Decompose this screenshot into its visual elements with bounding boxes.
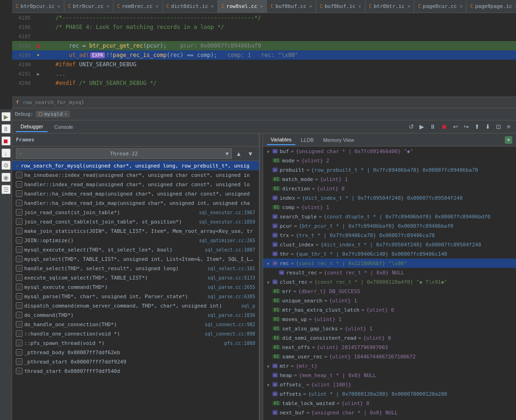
var-item-set_also_gap_locks[interactable]: 01 set_also_gap_locks = {ulint} 1 xyxy=(263,324,516,333)
var-item-prebuilt[interactable]: = prebuilt = {row_prebuilt_t * | 0x7fc09… xyxy=(263,165,516,175)
settings-icon[interactable]: ☰ xyxy=(1,185,11,194)
debug-process-chip[interactable]: ⬡ mysqld × xyxy=(35,111,70,118)
tab-console[interactable]: Console xyxy=(49,122,77,132)
add-watch-button[interactable]: + xyxy=(505,136,512,144)
frame-item-20[interactable]: □ _pthread_body 0x00007ff7ddf62eb xyxy=(12,348,259,357)
tab-page0page[interactable]: C page0page.ic × xyxy=(467,0,516,13)
var-item-err[interactable]: 01 err = {dberr_t} DB_SUCCESS xyxy=(263,287,516,296)
var-toggle-rec[interactable] xyxy=(265,260,272,266)
restart-icon[interactable]: ↺ xyxy=(407,122,416,131)
var-item-search_tuple[interactable]: = search_tuple = {const dtuple_t * | 0x7… xyxy=(263,212,516,221)
frame-item-9[interactable]: □ mysql_execute_select(THD*, st_select_l… xyxy=(12,245,259,254)
frame-down-icon[interactable]: ⬇ xyxy=(483,122,492,131)
frame-up-icon[interactable]: ⬆ xyxy=(473,122,481,131)
frame-item-22[interactable]: □ thread_start 0x00007fff7ddf540d xyxy=(12,366,259,376)
tab-close-8[interactable]: × xyxy=(460,4,462,9)
tab-buf0buf-ic[interactable]: C buf0buf.ic × xyxy=(316,0,365,13)
tab-close-7[interactable]: × xyxy=(407,4,410,9)
frame-item-3[interactable]: □ handler::ha_index_read_map(unsigned ch… xyxy=(12,189,259,198)
tab-close-4[interactable]: × xyxy=(260,4,263,9)
frame-item-1[interactable]: □ ha_innobase::index_read(unsigned char*… xyxy=(12,170,259,180)
frame-item-10[interactable]: □ mysql_select(THD*, TABLE_LIST*, unsign… xyxy=(12,254,259,264)
frame-item-2[interactable]: □ handler::index_read_map(unsigned char*… xyxy=(12,180,259,189)
var-item-thr[interactable]: = thr = {que_thr_t * | 0x7fc09406c140} 0… xyxy=(263,249,516,259)
var-item-mode[interactable]: 01 mode = {ulint} 2 xyxy=(263,156,516,165)
view-threads-icon[interactable]: ≡ xyxy=(505,122,512,131)
var-toggle-buf[interactable] xyxy=(265,148,272,154)
vertical-splitter[interactable] xyxy=(259,133,263,420)
tab-btr0btr[interactable]: C btr0btr.ic × xyxy=(365,0,414,13)
var-item-mtr[interactable]: = mtr = {mtr_t} xyxy=(263,361,516,371)
var-item-heap[interactable]: = heap = {mem_heap_t * | 0x0} NULL xyxy=(263,371,516,380)
var-item-index[interactable]: = index = {dict_index_t * | 0x7fc09504f2… xyxy=(263,193,516,203)
stop-debug-button[interactable]: ⏹ xyxy=(1,136,11,146)
var-item-buf[interactable]: = buf = {unsigned char * | 0x7fc091466d0… xyxy=(263,147,516,156)
var-item-next_offs[interactable]: 01 next_offs = {ulint} 281457796907003 xyxy=(263,343,516,352)
var-item-next_buf[interactable]: = next_buf = {unsigned char * | 0x0} NUL… xyxy=(263,408,516,417)
tab-page0cur[interactable]: C page0cur.cc × xyxy=(414,0,467,13)
var-item-clust_rec[interactable]: = clust_rec = {const rec_t * | 0x7000012… xyxy=(263,277,516,287)
tab-close-2[interactable]: × xyxy=(155,4,158,9)
tab-memory-view[interactable]: Memory View xyxy=(320,135,358,145)
frame-item-4[interactable]: □ handler::ha_index_read_idx_map(unsigne… xyxy=(12,198,259,208)
tab-variables[interactable]: Variables xyxy=(267,135,295,145)
pause-icon[interactable]: ⏸ xyxy=(428,122,438,131)
var-toggle-mtr[interactable] xyxy=(265,363,272,369)
frame-item-11[interactable]: □ handle_select(THD*, select_result*, un… xyxy=(12,264,259,273)
pause-debug-button[interactable]: ⏸ xyxy=(1,124,11,133)
resume-icon[interactable]: ▶ xyxy=(418,122,426,131)
frame-item-8[interactable]: □ JOIN::optimize() sql_optimizer.cc:265 xyxy=(12,236,259,245)
frame-item-7[interactable]: □ make_join_statistics(JOIN*, TABLE_LIST… xyxy=(12,226,259,236)
tab-buf0buf-cc[interactable]: C buf0buf.cc × xyxy=(267,0,316,13)
var-item-comp[interactable]: 01 comp = {ulint} 1 xyxy=(263,203,516,212)
frame-item-21[interactable]: □ _pthread_start 0x00007fff7ddf9249 xyxy=(12,357,259,366)
tab-btr0pcur[interactable]: C btr0pcur.ic × xyxy=(12,0,64,13)
var-item-direction[interactable]: 01 direction = {ulint} 0 xyxy=(263,184,516,193)
step-into-icon[interactable]: ↪ xyxy=(462,122,471,131)
var-item-offsets[interactable]: = offsets = {ulint * | 0x70000120a280} 0… xyxy=(263,389,516,399)
tab-dict0dict[interactable]: C dict0dict.ic × xyxy=(163,0,218,13)
gear-icon[interactable]: ⚙ xyxy=(1,161,11,170)
frame-item-5[interactable]: □ join_read_const(st_join_table*) sql_ex… xyxy=(12,208,259,217)
var-toggle-clust_rec[interactable] xyxy=(265,279,272,285)
var-toggle-offsets_[interactable] xyxy=(265,382,272,388)
tab-rem0rec[interactable]: C rem0rec.cc × xyxy=(113,0,162,13)
var-item-trx[interactable]: = trx = {trx_t * | 0x7fc09406ca78} 0x000… xyxy=(263,231,516,240)
tab-btr0cur[interactable]: C btr0cur.cc × xyxy=(64,0,113,13)
var-item-unique_search[interactable]: 01 unique_search = {ulint} 1 xyxy=(263,296,516,305)
var-item-clust_index[interactable]: = clust_index = {dict_index_t * | 0x7fc0… xyxy=(263,240,516,249)
var-item-moves_up[interactable]: 01 moves_up = {ulint} 1 xyxy=(263,315,516,324)
tab-close-6[interactable]: × xyxy=(358,4,361,9)
frame-item-15[interactable]: □ dispatch_command(enum_server_command, … xyxy=(12,301,259,310)
frame-down-button[interactable]: ▼ xyxy=(245,149,255,158)
frame-item-12[interactable]: □ execute_sqlcom_select(THD*, TABLE_LIST… xyxy=(12,273,259,282)
frame-item-14[interactable]: □ mysql_parse(THD*, char*, unsigned int,… xyxy=(12,292,259,301)
frame-item-13[interactable]: □ mysql_execute_command(THD*) sql_parse.… xyxy=(12,282,259,292)
frame-up-button[interactable]: ▲ xyxy=(234,149,244,158)
tab-close-0[interactable]: × xyxy=(57,4,60,9)
var-item-pcur[interactable]: = pcur = {btr_pcur_t * | 0x7fc09406baf0}… xyxy=(263,221,516,231)
view-breakpoints-icon[interactable]: ⊡ xyxy=(494,122,503,131)
frame-item-6[interactable]: □ join_read_const_table(st_join_table*, … xyxy=(12,217,259,226)
tab-row0sel[interactable]: C row0sel.cc × xyxy=(218,0,267,13)
tab-debugger[interactable]: Debugger xyxy=(16,122,48,132)
var-item-same_user_rec[interactable]: 01 same_user_rec = {ulint} 1844674406726… xyxy=(263,352,516,361)
var-item-rec[interactable]: = rec = {const rec_t * | 0x1218066bf} "\… xyxy=(263,259,516,268)
step-over-button[interactable]: ↓ xyxy=(1,148,11,158)
thread-dropdown[interactable]: ✓ Thread-22 ▼ xyxy=(16,148,232,159)
tab-lldb[interactable]: LLDB xyxy=(297,135,318,145)
var-item-did_semi_consistent_read[interactable]: 01 did_semi_consistent_read = {ulint} 0 xyxy=(263,333,516,343)
frame-item-16[interactable]: □ do_command(THD*) sql_parse.cc:1036 xyxy=(12,310,259,320)
var-item-result_rec[interactable]: = result_rec = {const rec_t * | 0x0} NUL… xyxy=(263,268,516,277)
frame-item-0[interactable]: ✓ row_search_for_mysql(unsigned char*, u… xyxy=(12,161,259,170)
var-item-table_lock_waited[interactable]: 01 table_lock_waited = {ulint} 0 xyxy=(263,399,516,408)
watch-icon[interactable]: ◉ xyxy=(1,173,11,182)
frame-item-18[interactable]: □ ::handle_one_connection(void *) sql_co… xyxy=(12,329,259,338)
tab-close-5[interactable]: × xyxy=(309,4,312,9)
var-item-match_mode[interactable]: 01 match_mode = {ulint} 1 xyxy=(263,175,516,184)
tab-close-3[interactable]: × xyxy=(211,4,214,9)
frames-list[interactable]: ✓ row_search_for_mysql(unsigned char*, u… xyxy=(12,161,259,420)
tab-close-1[interactable]: × xyxy=(106,4,109,9)
var-item-mtr_has_extra_clust_latch[interactable]: 01 mtr_has_extra_clust_latch = {ulint} 0 xyxy=(263,305,516,315)
continue-button[interactable]: ▶ xyxy=(1,112,11,121)
